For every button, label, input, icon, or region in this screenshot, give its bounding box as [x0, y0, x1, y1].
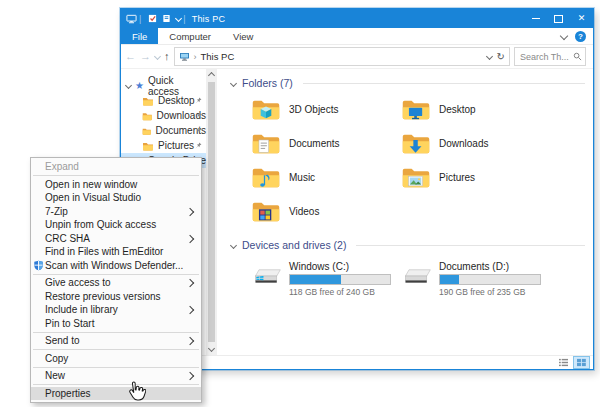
minimize-icon: [532, 18, 540, 19]
sidebar-item-documents[interactable]: Documents: [121, 123, 206, 138]
qat-properties-icon[interactable]: [148, 14, 157, 23]
forward-button[interactable]: →: [140, 51, 151, 62]
sidebar-item-desktop[interactable]: Desktop: [121, 93, 206, 108]
menu-item-new[interactable]: New: [31, 369, 201, 383]
details-view-button[interactable]: [556, 357, 571, 368]
menu-separator: [33, 274, 199, 275]
sidebar-item-downloads[interactable]: Downloads: [121, 108, 206, 123]
search-input[interactable]: Search Th...: [514, 47, 586, 66]
folder-icon: [142, 141, 154, 151]
menu-item-find-in-files-with-emeditor[interactable]: Find in Files with EmEditor: [31, 245, 201, 259]
folder-downloads-icon: [401, 131, 431, 156]
menu-item-scan-with-windows-defender[interactable]: Scan with Windows Defender...: [31, 259, 201, 273]
close-button[interactable]: ✕: [570, 9, 593, 28]
breadcrumb[interactable]: This PC: [201, 51, 235, 62]
minimize-button[interactable]: [524, 9, 547, 28]
hard-drive-icon: [401, 265, 433, 287]
pin-icon: [195, 97, 202, 104]
address-bar-row: ← → ↑ › This PC ↻ Search Th...: [121, 45, 593, 69]
nav-scrollbar[interactable]: [206, 69, 217, 355]
folder-videos-icon: [251, 199, 281, 224]
folder-desktop-icon: [401, 97, 431, 122]
address-dropdown-chevron-icon[interactable]: [486, 53, 493, 60]
quick-access-star-icon: ★: [135, 81, 144, 91]
menu-item-include-in-library[interactable]: Include in library: [31, 303, 201, 317]
drive-capacity: 190 GB free of 235 GB: [439, 287, 541, 297]
help-button[interactable]: ?: [575, 31, 586, 42]
app-this-pc-icon: [126, 14, 137, 24]
menu-separator: [33, 349, 199, 350]
folders-grid: 3D Objects Desktop: [251, 96, 585, 224]
tab-computer[interactable]: Computer: [158, 28, 222, 44]
menu-item-unpin-from-quick-access[interactable]: Unpin from Quick access: [31, 218, 201, 232]
menu-item-open-in-visual-studio[interactable]: Open in Visual Studio: [31, 191, 201, 205]
pin-icon: [195, 127, 202, 134]
icons-view-icon: [576, 358, 587, 367]
menu-item-crc-sha[interactable]: CRC SHA: [31, 232, 201, 246]
folder-tile-videos[interactable]: Videos: [251, 198, 401, 224]
hard-drive-icon: [251, 265, 283, 287]
scrollbar-thumb[interactable]: [208, 82, 215, 342]
drive-label: Documents (D:): [439, 261, 541, 272]
drive-usage-fill: [440, 275, 459, 284]
menu-item-copy[interactable]: Copy: [31, 352, 201, 366]
main-pane: Folders (7) 3D Objects: [217, 69, 593, 355]
collapse-chevron-icon[interactable]: [230, 241, 237, 248]
drives-grid: Windows (C:) 118 GB free of 240 GB: [251, 260, 585, 297]
folder-tile-music[interactable]: Music: [251, 164, 401, 190]
section-chevron-icon[interactable]: [125, 82, 132, 89]
drive-tile-c[interactable]: Windows (C:) 118 GB free of 240 GB: [251, 260, 401, 297]
ribbon-tabs: File Computer View ?: [121, 28, 593, 45]
titlebar: | | This PC ✕: [121, 9, 593, 28]
maximize-button[interactable]: [547, 9, 570, 28]
collapse-chevron-icon[interactable]: [230, 79, 237, 86]
group-header-devices[interactable]: Devices and drives (2): [231, 237, 585, 253]
scroll-down-icon[interactable]: [208, 345, 215, 352]
refresh-icon[interactable]: ↻: [497, 52, 505, 62]
folder-tile-downloads[interactable]: Downloads: [401, 130, 551, 156]
scroll-up-icon[interactable]: [208, 72, 215, 79]
history-chevron-icon[interactable]: [154, 53, 161, 60]
submenu-arrow-icon: [187, 277, 193, 288]
defender-shield-icon: [33, 260, 44, 271]
tab-view[interactable]: View: [222, 28, 264, 44]
group-header-folders[interactable]: Folders (7): [231, 75, 585, 91]
tab-file[interactable]: File: [121, 28, 158, 44]
folder-icon: [142, 96, 154, 106]
folder-tile-documents[interactable]: Documents: [251, 130, 401, 156]
quick-access-toolbar: [148, 14, 181, 23]
window-title: This PC: [192, 14, 225, 24]
folder-icon: [142, 111, 153, 121]
menu-item-send-to[interactable]: Send to: [31, 334, 201, 348]
menu-item-open-in-new-window[interactable]: Open in new window: [31, 178, 201, 192]
context-menu: Expand Open in new window Open in Visual…: [30, 157, 202, 403]
qat-customize-chevron-icon[interactable]: [175, 15, 182, 22]
submenu-arrow-icon: [187, 335, 193, 346]
maximize-icon: [554, 15, 563, 23]
menu-item-give-access-to[interactable]: Give access to: [31, 276, 201, 290]
drive-usage-bar: [439, 274, 541, 285]
address-bar[interactable]: › This PC ↻: [174, 47, 511, 66]
folder-tile-3d-objects[interactable]: 3D Objects: [251, 96, 401, 122]
drive-usage-bar: [289, 274, 391, 285]
menu-item-7-zip[interactable]: 7-Zip: [31, 205, 201, 219]
menu-item-properties[interactable]: Properties: [31, 387, 201, 401]
this-pc-icon: [179, 52, 190, 61]
up-button[interactable]: ↑: [164, 51, 170, 62]
submenu-arrow-icon: [187, 206, 193, 217]
menu-item-restore-previous-versions[interactable]: Restore previous versions: [31, 290, 201, 304]
menu-item-pin-to-start[interactable]: Pin to Start: [31, 317, 201, 331]
icons-view-button[interactable]: [573, 356, 590, 369]
ribbon-expand-chevron-icon[interactable]: [560, 32, 568, 40]
sidebar-section-quick-access[interactable]: ★ Quick access: [121, 78, 206, 93]
sidebar-item-pictures[interactable]: Pictures: [121, 138, 206, 153]
hand-cursor-icon: [124, 381, 146, 407]
menu-separator: [33, 332, 199, 333]
search-placeholder: Search Th...: [520, 52, 569, 62]
drive-tile-d[interactable]: Documents (D:) 190 GB free of 235 GB: [401, 260, 551, 297]
window-controls: ✕: [524, 9, 593, 28]
qat-new-folder-icon[interactable]: [162, 14, 171, 23]
back-button[interactable]: ←: [125, 51, 136, 62]
folder-tile-desktop[interactable]: Desktop: [401, 96, 551, 122]
folder-tile-pictures[interactable]: Pictures: [401, 164, 551, 190]
